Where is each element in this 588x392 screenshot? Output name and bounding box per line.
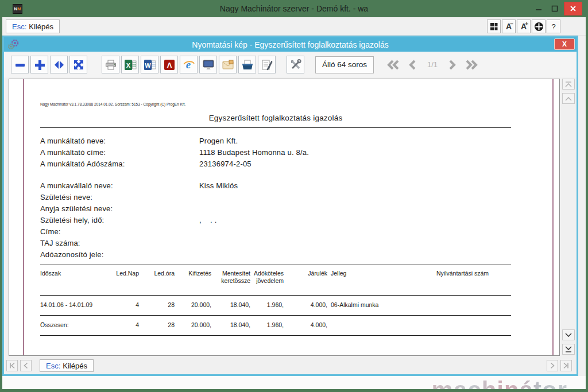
close-icon	[570, 5, 577, 12]
cell-contribution: 4.000,	[284, 300, 327, 309]
last-page-button[interactable]	[463, 56, 480, 73]
preview-exit-button[interactable]: Esc: Kilépés	[40, 359, 94, 372]
email-button[interactable]	[219, 56, 237, 73]
navigate-button[interactable]	[532, 20, 546, 33]
maximize-icon	[551, 5, 558, 12]
settings-button[interactable]	[287, 56, 304, 73]
field-row: Születési neve:	[40, 191, 511, 203]
print-button[interactable]	[102, 56, 119, 73]
zoom-in-button[interactable]	[30, 56, 48, 73]
rule	[40, 127, 511, 128]
layout-grid-button[interactable]	[487, 20, 501, 33]
total-exempt: 18.040,	[211, 320, 250, 329]
page-indicator: 1/1	[423, 60, 442, 69]
rule	[40, 335, 511, 336]
dialog-close-button[interactable]: X	[554, 38, 575, 50]
edit-button[interactable]	[258, 56, 276, 73]
field-label: TAJ száma:	[40, 239, 199, 247]
fit-page-button[interactable]	[69, 56, 87, 73]
exit-button[interactable]: Esc: Kilépés	[6, 20, 60, 33]
column-header: Járulék	[284, 269, 327, 278]
cell-registry	[436, 300, 511, 302]
status-strip: machinátor	[2, 376, 586, 389]
first-page-button[interactable]	[385, 56, 402, 73]
scroll-up-button[interactable]	[562, 93, 575, 104]
printer-icon	[105, 59, 117, 71]
next-page-button[interactable]	[444, 56, 461, 73]
bottom-next-button[interactable]	[547, 360, 558, 371]
exit-label: Kilépés	[63, 362, 87, 370]
document-preview: Nagy Machinátor v3.1.78.33088 2014.01.02…	[9, 79, 560, 356]
field-value: 23136974-2-05	[199, 160, 252, 168]
total-hours: 28	[139, 320, 175, 329]
help-button[interactable]: ?	[547, 20, 560, 33]
cell-type: 06-Alkalmi munka	[327, 300, 436, 309]
window-controls	[532, 0, 582, 17]
excel-icon: X	[124, 59, 137, 71]
column-header: Jelleg	[327, 269, 436, 278]
column-header: Kifizetés	[175, 269, 211, 278]
field-label: Anyja születési neve:	[40, 204, 199, 213]
internet-explorer-icon: e	[183, 59, 195, 71]
grid-icon	[490, 22, 498, 31]
preview-bottom-bar: Esc: Kilépés	[4, 357, 577, 374]
export-word-button[interactable]: W	[141, 56, 158, 73]
page-right-edge	[552, 79, 554, 355]
export-excel-button[interactable]: X	[121, 56, 139, 73]
first-record-icon	[9, 362, 16, 369]
exit-label: Kilépés	[29, 22, 53, 31]
pdf-icon: Λ	[164, 59, 175, 71]
scroll-down-button[interactable]	[562, 329, 575, 340]
employee-block: A munkavállaló neve:Kiss Miklós Születés…	[40, 180, 511, 260]
cell-exempt: 18.040,	[211, 300, 250, 309]
export-html-button[interactable]: e	[180, 56, 198, 73]
document-title: Egyszerűsített foglalkoztatás igazolás	[40, 114, 511, 122]
envelope-icon	[222, 59, 234, 71]
total-type	[327, 320, 436, 323]
total-payment: 20.000,	[175, 320, 211, 329]
field-label: Címe:	[40, 227, 199, 236]
employer-block: A munkáltató neve:Progen Kft. A munkálta…	[40, 135, 511, 169]
maximize-button[interactable]	[548, 2, 562, 15]
field-label: A munkáltató Adószáma:	[40, 160, 199, 168]
field-value: Kiss Miklós	[199, 181, 238, 190]
column-header: Adókötelesjövedelem	[250, 269, 284, 286]
column-header: Nyilvántartási szám	[436, 269, 511, 278]
cell-taxable: 1.960,	[250, 300, 284, 309]
bottom-first-button[interactable]	[6, 360, 18, 371]
field-row: A munkáltató Adószáma:23136974-2-05	[40, 158, 511, 169]
zoom-out-button[interactable]	[11, 56, 29, 73]
scroll-top-icon	[564, 81, 572, 88]
previous-page-icon	[408, 60, 416, 70]
font-smaller-button[interactable]: A −	[502, 20, 516, 33]
window-title: Nagy Machinátor szerver - Demó kft. - wa	[0, 4, 588, 13]
cell-hours: 28	[139, 300, 175, 309]
table-total-row: Összesen: 4 28 20.000, 18.040, 1.960, 4.…	[40, 316, 511, 335]
field-row: A munkáltató neve:Progen Kft.	[40, 135, 511, 146]
fit-width-button[interactable]	[50, 56, 68, 73]
exit-key-hint: Esc:	[12, 22, 26, 31]
plus-icon: +	[525, 21, 528, 27]
close-button[interactable]	[564, 2, 582, 15]
previous-page-button[interactable]	[404, 56, 421, 73]
field-row: A munkáltató címe:1118 Budapest Homonna …	[40, 146, 511, 158]
cell-days: 4	[103, 300, 139, 309]
preview-scroll-column	[560, 77, 577, 357]
table-header-row: Időszak Led.Nap Led.óra Kifizetés Mentes…	[40, 265, 511, 295]
word-icon: W	[144, 59, 156, 71]
display-button[interactable]	[199, 56, 217, 73]
archive-button[interactable]	[238, 56, 256, 73]
bottom-previous-button[interactable]	[20, 360, 32, 371]
bottom-last-button[interactable]	[560, 360, 572, 371]
brand-watermark: machinátor	[432, 377, 567, 389]
next-page-icon	[448, 60, 457, 70]
scroll-to-bottom-button[interactable]	[562, 344, 575, 355]
scroll-to-top-button[interactable]	[562, 79, 575, 90]
column-header: Mentesítetkeretössze	[211, 269, 250, 286]
page-layout-button[interactable]: Álló 64 soros	[315, 56, 374, 73]
export-pdf-button[interactable]: Λ	[160, 56, 178, 73]
next-record-icon	[549, 362, 556, 369]
font-larger-button[interactable]: A +	[517, 20, 531, 33]
minimize-button[interactable]	[532, 2, 546, 15]
column-header: Led.Nap	[103, 269, 139, 278]
